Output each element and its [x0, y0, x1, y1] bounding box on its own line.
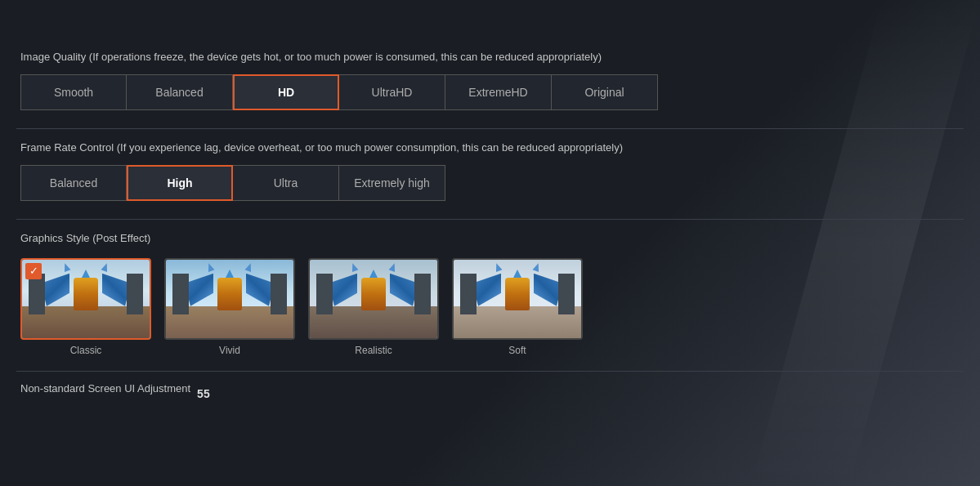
selected-checkmark: ✓: [25, 263, 42, 279]
image-quality-label: Image Quality (If operations freeze, the…: [20, 50, 960, 65]
spike-left-classic: [62, 262, 71, 272]
scene-realistic: [310, 260, 437, 338]
crane-right-vivid: [271, 274, 287, 314]
frame-rate-section: Frame Rate Control (If you experience la…: [16, 140, 964, 201]
graphics-style-grid: ✓ Clas: [20, 258, 960, 356]
style-card-realistic[interactable]: Realistic: [308, 258, 439, 356]
style-card-vivid[interactable]: Vivid: [164, 258, 295, 356]
frame-rate-label: Frame Rate Control (If you experience la…: [20, 140, 960, 155]
image-quality-section: Image Quality (If operations freeze, the…: [16, 50, 964, 110]
spike-left-vivid: [206, 262, 215, 272]
spike-right-realistic: [389, 262, 398, 272]
scene-soft: [454, 260, 581, 338]
graphics-style-label: Graphics Style (Post Effect): [20, 231, 960, 246]
style-card-classic[interactable]: ✓ Clas: [20, 258, 151, 356]
style-soft-label: Soft: [508, 345, 526, 356]
frame-rate-options-wrapper: Balanced High Ultra Extremely high: [20, 165, 960, 201]
frame-rate-extremely-high[interactable]: Extremely high: [339, 165, 445, 201]
spike-left-realistic: [350, 262, 359, 272]
style-card-img-vivid: [164, 258, 295, 340]
non-standard-screen-section: Non-standard Screen UI Adjustment 55: [16, 371, 964, 406]
crane-right-soft: [558, 274, 575, 314]
image-quality-hd[interactable]: HD: [233, 74, 339, 110]
crane-left-vivid: [172, 274, 189, 314]
frame-rate-options-row: Balanced High Ultra Extremely high: [20, 165, 960, 201]
section-divider-2: [16, 219, 964, 220]
spike-right-soft: [533, 262, 542, 272]
style-vivid-label: Vivid: [219, 345, 240, 356]
image-quality-ultrahd[interactable]: UltraHD: [339, 74, 445, 110]
non-standard-screen-label: Non-standard Screen UI Adjustment: [20, 381, 190, 396]
graphics-style-section: Graphics Style (Post Effect) ✓: [16, 231, 964, 355]
image-quality-options-wrapper: Smooth Balanced HD UltraHD ExtremeHD Ori…: [20, 74, 960, 110]
robot-soft: [493, 270, 542, 314]
frame-rate-high[interactable]: High: [127, 165, 233, 201]
wing-left-soft: [472, 274, 501, 306]
crane-left-soft: [460, 274, 477, 314]
spike-left-soft: [494, 262, 503, 272]
body-main-soft: [505, 278, 530, 310]
robot-vivid: [205, 270, 254, 314]
body-main-realistic: [361, 278, 386, 310]
style-realistic-label: Realistic: [355, 345, 392, 356]
robot-realistic: [349, 270, 398, 314]
crane-right-classic: [127, 274, 143, 314]
crane-left-classic: [29, 274, 45, 314]
body-main-classic: [74, 278, 98, 310]
style-card-soft[interactable]: Soft: [452, 258, 583, 356]
spike-right-classic: [101, 262, 110, 272]
wing-left-classic: [41, 274, 69, 306]
style-card-img-soft: [452, 258, 583, 340]
crane-left-realistic: [316, 274, 333, 314]
wing-left-vivid: [185, 274, 213, 306]
body-main-vivid: [217, 278, 242, 310]
spike-right-vivid: [245, 262, 254, 272]
scene-vivid: [166, 260, 293, 338]
image-quality-original[interactable]: Original: [552, 74, 658, 110]
image-quality-options-row: Smooth Balanced HD UltraHD ExtremeHD Ori…: [20, 74, 960, 110]
crane-right-realistic: [414, 274, 431, 314]
style-card-img-realistic: [308, 258, 439, 340]
section-divider-1: [16, 128, 964, 129]
image-quality-smooth[interactable]: Smooth: [20, 74, 127, 110]
image-quality-extremehd[interactable]: ExtremeHD: [445, 74, 552, 110]
wing-left-realistic: [329, 274, 357, 306]
image-quality-balanced[interactable]: Balanced: [127, 74, 233, 110]
frame-rate-balanced[interactable]: Balanced: [20, 165, 127, 201]
non-standard-screen-value: 55: [197, 387, 210, 400]
frame-rate-ultra[interactable]: Ultra: [233, 165, 339, 201]
style-classic-label: Classic: [70, 345, 102, 356]
style-card-img-classic: ✓: [20, 258, 151, 340]
robot-classic: [61, 270, 110, 314]
